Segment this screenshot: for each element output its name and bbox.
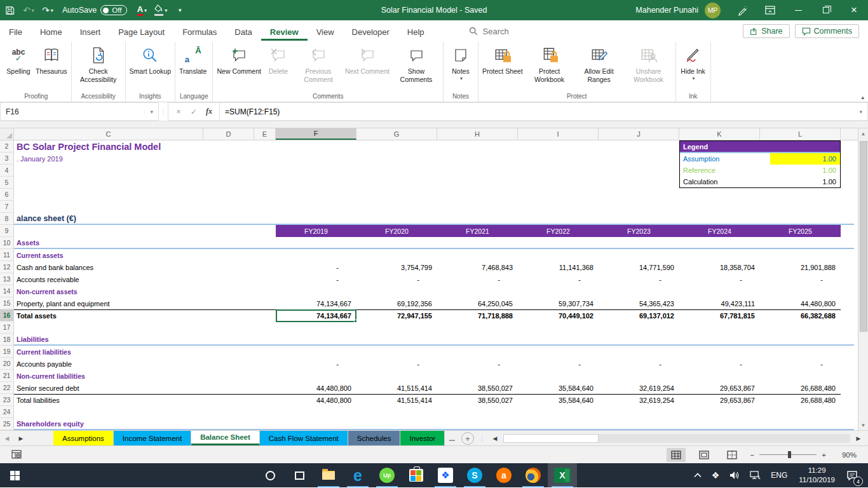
cell-value[interactable]: 41,515,414 <box>356 394 437 406</box>
cell[interactable] <box>679 189 760 201</box>
row-header-24[interactable]: 24 <box>0 406 14 418</box>
cell-value[interactable]: - <box>760 358 841 370</box>
volume-icon[interactable] <box>726 463 743 487</box>
cell[interactable] <box>276 285 356 297</box>
edge-taskbar-icon[interactable]: e <box>343 463 372 487</box>
cell-value[interactable]: 29,653,867 <box>679 382 760 394</box>
file-explorer-taskbar-icon[interactable] <box>314 463 343 487</box>
cell[interactable] <box>760 418 841 429</box>
cell[interactable] <box>356 165 437 177</box>
cell-label[interactable]: Non-current assets <box>14 285 203 297</box>
year-header-fy2020[interactable]: FY2020 <box>356 225 437 237</box>
cell[interactable] <box>599 177 679 189</box>
inking-icon[interactable] <box>728 0 756 20</box>
cell-value[interactable]: 54,365,423 <box>599 297 679 309</box>
tab-page-layout[interactable]: Page Layout <box>109 22 173 41</box>
row-header-8[interactable]: 8 <box>0 213 14 225</box>
cell[interactable] <box>14 322 203 334</box>
cell-label[interactable]: Property, plant and equipment <box>14 297 203 309</box>
cell[interactable] <box>760 237 841 248</box>
cell[interactable] <box>599 152 679 165</box>
cell[interactable] <box>356 418 437 429</box>
row-header-15[interactable]: 15 <box>0 297 14 309</box>
cell[interactable] <box>518 140 599 152</box>
cell[interactable] <box>599 322 679 334</box>
cell[interactable] <box>760 406 841 418</box>
cell-value[interactable]: 38,550,027 <box>437 382 518 394</box>
cell-value[interactable]: 26,688,480 <box>760 382 841 394</box>
network-icon[interactable] <box>746 463 764 487</box>
cell-value[interactable]: 11,141,368 <box>518 261 599 273</box>
row-header-3[interactable]: 3 <box>0 152 14 165</box>
cell-value[interactable]: - <box>518 358 599 370</box>
row-header-7[interactable]: 7 <box>0 201 14 213</box>
row-header-22[interactable]: 22 <box>0 382 14 394</box>
cell-value[interactable]: 21,901,888 <box>760 261 841 273</box>
cell[interactable] <box>760 285 841 297</box>
cell[interactable] <box>437 177 518 189</box>
cortana-taskbar-icon[interactable] <box>255 463 285 487</box>
cell[interactable] <box>14 406 203 418</box>
cell-value[interactable]: 44,480,800 <box>760 297 841 309</box>
cell[interactable] <box>356 152 437 165</box>
cell[interactable] <box>599 249 679 261</box>
cell[interactable] <box>437 140 518 152</box>
cell-value[interactable]: - <box>356 358 437 370</box>
cell[interactable] <box>356 285 437 297</box>
cell[interactable] <box>679 237 760 248</box>
cell[interactable] <box>437 249 518 261</box>
cell[interactable] <box>356 346 437 358</box>
sheet-tab-balance-sheet[interactable]: Balance Sheet <box>191 431 260 445</box>
upwork-taskbar-icon[interactable]: Up <box>372 463 402 487</box>
year-header-fy2019[interactable]: FY2019 <box>276 225 356 237</box>
autosave-toggle[interactable]: AutoSave Off <box>62 5 127 15</box>
sheet-tab-assumptions[interactable]: Assumptions <box>53 431 114 445</box>
row-header-5[interactable]: 5 <box>0 177 14 189</box>
cell[interactable] <box>276 140 356 152</box>
cell[interactable] <box>760 334 841 344</box>
tab-file[interactable]: File <box>0 22 31 41</box>
tab-data[interactable]: Data <box>226 22 261 41</box>
row-header-10[interactable]: 10 <box>0 237 14 249</box>
cell-value[interactable]: 35,584,640 <box>518 382 599 394</box>
share-button[interactable]: Share <box>743 24 789 38</box>
row-header-14[interactable]: 14 <box>0 285 14 297</box>
cell-value[interactable]: - <box>276 358 356 370</box>
year-header-fy2022[interactable]: FY2022 <box>518 225 599 237</box>
cell[interactable] <box>437 237 518 248</box>
year-header-fy2021[interactable]: FY2021 <box>437 225 518 237</box>
cell[interactable] <box>276 406 356 418</box>
cell[interactable] <box>276 165 356 177</box>
cell-value[interactable]: - <box>760 273 841 285</box>
legend-row-assumption[interactable]: Assumption 1.00 <box>680 153 840 165</box>
cell-value[interactable]: 32,619,254 <box>599 394 679 406</box>
row-header-19[interactable]: 19 <box>0 346 14 358</box>
cell[interactable] <box>679 285 760 297</box>
cell[interactable] <box>356 140 437 152</box>
macro-record-icon[interactable] <box>11 450 22 460</box>
close-button[interactable]: × <box>840 0 868 20</box>
cell[interactable] <box>518 213 599 224</box>
cell[interactable] <box>276 418 356 429</box>
cell[interactable] <box>437 189 518 201</box>
cell[interactable] <box>518 237 599 248</box>
column-header-j[interactable]: J <box>599 128 679 140</box>
cell[interactable] <box>356 237 437 248</box>
select-all-corner[interactable] <box>0 128 14 140</box>
row-header-25[interactable]: 25 <box>0 418 14 430</box>
cell-label[interactable]: Senior secured debt <box>14 382 203 394</box>
insert-function-icon[interactable]: fx <box>201 107 217 116</box>
cell-value[interactable]: 66,382,688 <box>760 309 841 322</box>
page-layout-view-icon[interactable] <box>695 448 714 462</box>
row-header-11[interactable]: 11 <box>0 249 14 261</box>
prev-sheet-icon[interactable]: ◀ <box>0 431 14 445</box>
year-header-fy2025[interactable]: FY2025 <box>760 225 841 237</box>
cell-label[interactable]: Assets <box>14 237 203 248</box>
cell-label[interactable]: Accounts receivable <box>14 273 203 285</box>
cell-label[interactable]: BC Solar Project Financial Model <box>14 140 203 152</box>
cell-value[interactable]: 3,754,799 <box>356 261 437 273</box>
cell[interactable] <box>599 165 679 177</box>
cell[interactable] <box>437 406 518 418</box>
sheet-tab-investor[interactable]: Investor <box>400 431 445 445</box>
cell[interactable] <box>356 334 437 344</box>
